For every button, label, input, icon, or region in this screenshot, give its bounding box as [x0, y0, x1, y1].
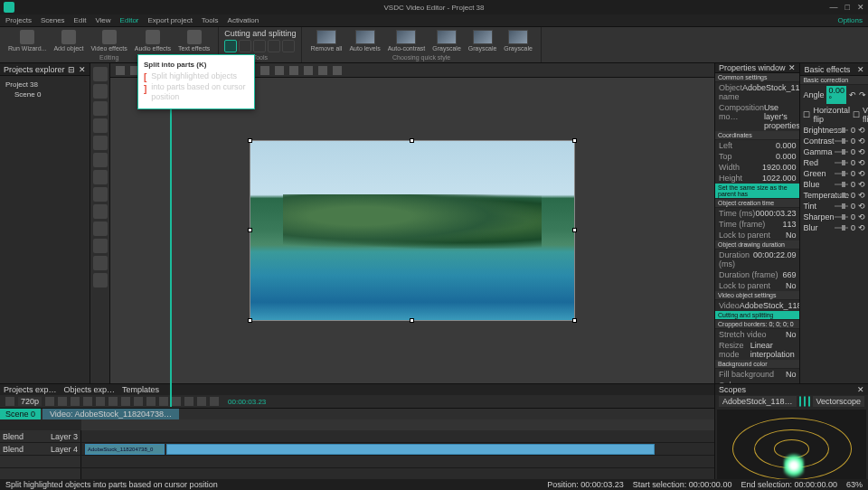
tl-btn[interactable] — [210, 397, 219, 406]
resize-handle[interactable] — [572, 138, 577, 143]
tl-btn[interactable] — [58, 397, 67, 406]
rotate-left-icon[interactable]: ↶ — [849, 90, 856, 99]
explorer-close-icon[interactable]: ✕ — [79, 65, 86, 74]
contrast-slider[interactable] — [835, 140, 848, 142]
play-button[interactable] — [96, 397, 105, 406]
canvas-tool[interactable] — [275, 66, 284, 75]
scope-btn[interactable] — [799, 396, 801, 407]
stop-button[interactable] — [108, 397, 118, 406]
style-remove-all[interactable]: Remove all — [307, 29, 344, 52]
audio-effects-button[interactable]: Audio effects — [132, 29, 174, 52]
style-grayscale-1[interactable]: Grayscale — [429, 29, 464, 52]
reset-icon[interactable]: ⟲ — [858, 158, 865, 167]
video-effects-button[interactable]: Video effects — [89, 29, 130, 52]
tab-projects-exp[interactable]: Projects exp… — [4, 385, 57, 394]
track-body[interactable] — [81, 456, 714, 467]
run-wizard-button[interactable]: Run Wizard... — [5, 29, 49, 52]
reset-icon[interactable]: ⟲ — [858, 223, 865, 232]
style-auto-contrast[interactable]: Auto-contrast — [385, 29, 429, 52]
track-body[interactable]: AdobeStock_118204738_0 — [81, 443, 714, 455]
timeline-clip-1[interactable]: AdobeStock_118204738_0 — [85, 444, 165, 455]
reset-icon[interactable]: ⟲ — [858, 126, 865, 135]
scopes-close-icon[interactable]: ✕ — [857, 385, 864, 394]
tool-cursor[interactable] — [93, 67, 108, 81]
reset-icon[interactable]: ⟲ — [858, 212, 865, 221]
reset-icon[interactable]: ⟲ — [858, 147, 865, 156]
resize-handle[interactable] — [572, 228, 577, 232]
section-oct[interactable]: Object creation time — [715, 199, 799, 208]
tool-video[interactable] — [93, 170, 108, 184]
tool-line[interactable] — [93, 118, 108, 133]
add-object-button[interactable]: Add object — [51, 29, 86, 52]
blue-slider[interactable] — [835, 184, 848, 185]
tool-animation[interactable] — [93, 273, 108, 287]
tl-btn[interactable] — [146, 397, 156, 406]
fx-close-icon[interactable]: ✕ — [857, 65, 864, 74]
hflip-checkbox[interactable]: ☐ — [803, 110, 810, 119]
props-close-icon[interactable]: ✕ — [788, 63, 796, 72]
section-cb[interactable]: Cropped borders: 0; 0; 0; 0 — [715, 320, 799, 329]
rotate-right-icon[interactable]: ↷ — [859, 90, 866, 99]
tool-counter[interactable] — [93, 256, 108, 270]
canvas-tool[interactable] — [260, 66, 269, 75]
scope-type-select[interactable]: Vectorscope — [813, 396, 865, 407]
tint-slider[interactable] — [835, 205, 848, 207]
minimize-button[interactable]: — — [830, 3, 838, 12]
tab-objects-exp[interactable]: Objects exp… — [64, 385, 116, 394]
canvas-tool[interactable] — [304, 66, 313, 75]
section-common[interactable]: Common settings — [715, 73, 799, 82]
explorer-pin-icon[interactable]: ⊟ — [68, 65, 75, 74]
timeline-ruler[interactable] — [81, 419, 714, 430]
menu-export[interactable]: Export project — [148, 16, 193, 24]
vflip-checkbox[interactable]: ☐ — [853, 110, 860, 119]
menu-editor[interactable]: Editor — [120, 16, 139, 24]
canvas-tool[interactable] — [333, 66, 342, 75]
brightness-slider[interactable] — [835, 129, 848, 131]
gamma-slider[interactable] — [835, 151, 848, 153]
tool-rect[interactable] — [93, 84, 108, 99]
menu-options[interactable]: Options — [837, 16, 863, 24]
reset-icon[interactable]: ⟲ — [858, 169, 865, 178]
menu-activation[interactable]: Activation — [228, 16, 259, 24]
scope-btn[interactable] — [804, 396, 806, 407]
resize-handle[interactable] — [248, 138, 252, 143]
tool-ellipse[interactable] — [93, 101, 108, 116]
prev-button[interactable] — [121, 397, 130, 406]
blur-slider[interactable] — [835, 227, 848, 229]
reset-icon[interactable]: ⟲ — [858, 202, 865, 211]
menu-tools[interactable]: Tools — [202, 16, 219, 24]
green-slider[interactable] — [835, 173, 848, 174]
preview-viewport[interactable] — [110, 78, 714, 383]
style-grayscale-2[interactable]: Grayscale — [466, 29, 500, 52]
menu-edit[interactable]: Edit — [74, 16, 87, 24]
tool-sprite[interactable] — [93, 221, 108, 236]
track-body[interactable] — [81, 430, 714, 442]
cut-tool-button[interactable] — [239, 40, 251, 52]
temperature-slider[interactable] — [835, 194, 848, 196]
tool-audio[interactable] — [93, 187, 108, 202]
reset-icon[interactable]: ⟲ — [858, 191, 865, 200]
resize-handle[interactable] — [248, 318, 252, 323]
scene-tab[interactable]: Scene 0 — [0, 409, 41, 419]
tool-5-button[interactable] — [282, 40, 295, 52]
resize-handle[interactable] — [410, 138, 414, 143]
text-effects-button[interactable]: Text effects — [175, 29, 212, 52]
sharpen-slider[interactable] — [835, 216, 848, 218]
tl-btn[interactable] — [184, 397, 193, 406]
split-tool-button[interactable] — [224, 40, 237, 52]
tl-btn[interactable] — [159, 397, 168, 406]
tab-templates[interactable]: Templates — [122, 385, 159, 394]
menu-scenes[interactable]: Scenes — [41, 16, 65, 24]
red-slider[interactable] — [835, 162, 848, 164]
tl-btn[interactable] — [197, 397, 206, 406]
style-grayscale-3[interactable]: Grayscale — [501, 29, 535, 52]
tl-btn[interactable] — [5, 397, 14, 406]
cutsplit-button[interactable]: Cutting and splitting — [715, 311, 799, 320]
canvas-tool[interactable] — [318, 66, 327, 75]
menu-projects[interactable]: Projects — [5, 16, 32, 24]
canvas-tool[interactable] — [289, 66, 298, 75]
tree-project[interactable]: Project 38 — [4, 80, 86, 90]
resize-handle[interactable] — [410, 318, 414, 323]
tl-btn[interactable] — [83, 397, 92, 406]
tool-4-button[interactable] — [268, 40, 280, 52]
